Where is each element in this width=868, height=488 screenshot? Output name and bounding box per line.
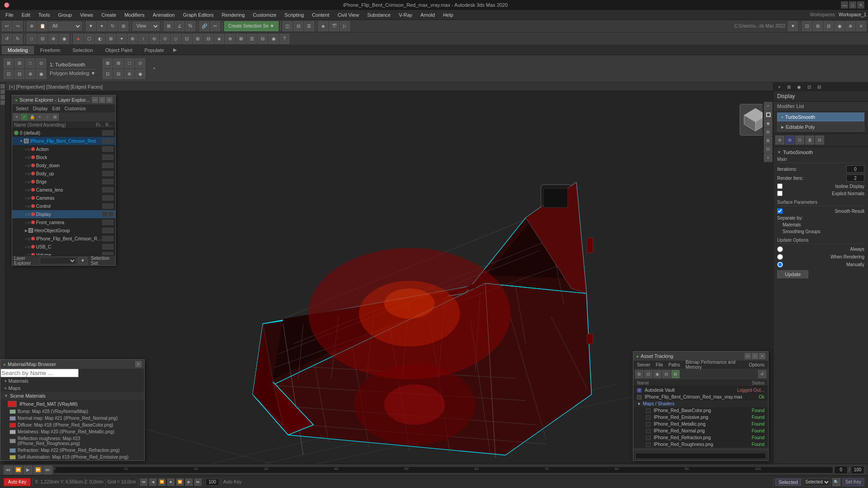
mod-extra6[interactable]: ⊟ (113, 69, 123, 79)
mod-extra3[interactable]: □ (124, 58, 134, 68)
le-tb-b5[interactable]: ↑ (44, 113, 51, 121)
tb2-b3[interactable]: □ (27, 34, 37, 44)
tb-extra4[interactable]: ◉ (835, 21, 844, 31)
at-content[interactable]: VAutodesk VaultLogged Out...IPhone_Flip_… (633, 387, 768, 448)
rp-tab-anim[interactable]: ⊡ (805, 84, 814, 90)
mat-section-maps[interactable]: + Maps (0, 385, 144, 392)
tl-play-back[interactable]: ⏮ (4, 465, 13, 474)
at-row[interactable]: IPhone_Red_Refraction.pngFound (633, 434, 768, 441)
menu-group[interactable]: Group (54, 11, 75, 19)
menu-vray[interactable]: V-Ray (395, 11, 416, 19)
link-button[interactable]: 🔗 (199, 21, 209, 31)
undo-button[interactable]: ↩ (2, 21, 12, 31)
le-menu-customize[interactable]: Customize (63, 106, 88, 112)
rp-icon-4[interactable]: 🗑 (805, 136, 814, 145)
le-tb-b4[interactable]: + (36, 113, 43, 121)
layer-item[interactable]: ○◇Brige (12, 178, 115, 186)
vp-rb2[interactable]: 🔳 (764, 111, 772, 119)
tb2-b10[interactable]: ⊞ (106, 34, 116, 44)
move-button[interactable]: ✦ (97, 21, 107, 31)
at-menu-bitmap[interactable]: Bitmap Performance and Memory (684, 359, 745, 370)
menu-tools[interactable]: Tools (35, 11, 54, 19)
sb-prev-frame[interactable]: ⏮ (140, 479, 147, 486)
layer-item[interactable]: 0 (default) (12, 129, 115, 137)
menu-create[interactable]: Create (98, 11, 120, 19)
menu-file[interactable]: File (2, 11, 17, 19)
tab-populate[interactable]: Populate (138, 46, 170, 54)
tb2-b20[interactable]: ◈ (214, 34, 224, 44)
mod-tb-b6[interactable]: ⊟ (14, 69, 24, 79)
tb2-b16[interactable]: ◇ (171, 34, 181, 44)
snap-button[interactable]: ⊠ (164, 21, 174, 31)
layer-item[interactable]: ○◇IPhone_Flip_Bent_Crimson_Red (12, 235, 115, 243)
le-close-btn[interactable]: × (106, 97, 113, 103)
at-menu-options[interactable]: Options (747, 362, 766, 368)
tab-more[interactable]: ▶ (170, 47, 179, 53)
tb2-b15[interactable]: ⊙ (160, 34, 170, 44)
frame-input[interactable] (834, 466, 848, 474)
tl-step-back[interactable]: ⏪ (14, 465, 23, 474)
mod-extra4[interactable]: ⊙ (135, 58, 145, 68)
vp-rb7[interactable]: × (764, 154, 772, 162)
scale-button[interactable]: ⊞ (118, 21, 128, 31)
layer-item[interactable]: ○◇Volume (12, 251, 115, 255)
sb-play-fwd[interactable]: ⏩ (176, 479, 184, 486)
selection-filter[interactable]: All Geometry Lights Cameras (48, 22, 82, 31)
menu-animation[interactable]: Animation (149, 11, 179, 19)
mat-search-input[interactable] (0, 369, 79, 377)
at-row[interactable]: IPhone_Red_Normal.pngFound (633, 427, 768, 434)
tb2-b22[interactable]: ⊠ (236, 34, 246, 44)
maximize-button[interactable]: □ (849, 1, 856, 9)
mat-scene-materials-header[interactable]: ▼ Scene Materials (0, 392, 144, 400)
tb2-b19[interactable]: ⊟ (203, 34, 213, 44)
tb-extra2[interactable]: ⊞ (813, 21, 823, 31)
layer-item[interactable]: ○◇Front_camera (12, 218, 115, 226)
tb2-b1[interactable]: ↺ (2, 34, 12, 44)
lp-b4[interactable] (0, 100, 5, 105)
le-tb-b3[interactable]: 🔒 (28, 113, 36, 121)
path-button[interactable]: ▼ (788, 21, 798, 31)
rp-icon-5[interactable]: ⊟ (815, 136, 824, 145)
mat-map-selfillum[interactable]: Self-illumination: Map #19 (IPhone_Red_E… (0, 454, 144, 460)
layer-dropdown[interactable] (40, 257, 76, 264)
le-menu-edit[interactable]: Edit (51, 106, 62, 112)
frame-total-input[interactable] (851, 466, 864, 474)
at-menu-file[interactable]: File (654, 362, 665, 368)
vp-rb5[interactable]: ⊠ (764, 136, 772, 145)
at-tb-b4[interactable]: ⊟ (662, 370, 670, 378)
mat-map-normal[interactable]: Normal map: Map #21 (IPhone_Red_Normal.p… (0, 415, 144, 422)
mod-tb-b3[interactable]: □ (25, 58, 35, 68)
close-button[interactable]: × (857, 1, 864, 9)
mod-extra2[interactable]: ⊞ (113, 58, 123, 68)
sb-frame-input[interactable] (206, 479, 219, 486)
layer-item[interactable]: ○◇Body_down (12, 161, 115, 169)
mat-map-bump[interactable]: Bump: Map #28 (VRayNormalMap) (0, 408, 144, 415)
render-button[interactable]: ▷ (340, 21, 350, 31)
tb2-b26[interactable]: ? (279, 34, 289, 44)
tb2-b5[interactable]: ⊕ (48, 34, 58, 44)
layer-item[interactable]: ○◇Block (12, 153, 115, 161)
menu-content[interactable]: Content (308, 11, 333, 19)
unlink-button[interactable]: ✂ (210, 21, 220, 31)
tb2-b7[interactable]: 🔺 (73, 34, 83, 44)
tb2-b9[interactable]: ◐ (95, 34, 105, 44)
menu-scripting[interactable]: Scripting (281, 11, 307, 19)
le-tb-b6[interactable]: ⊞ (52, 113, 59, 121)
tl-play[interactable]: ▶ (24, 465, 33, 474)
modifier-panel-icon[interactable]: ⬥ (151, 66, 156, 71)
le-dropdown-btn[interactable]: ▼ (78, 257, 87, 264)
render-setup-button[interactable]: 🎬 (329, 21, 339, 31)
tab-object-paint[interactable]: Object Paint (99, 46, 138, 54)
at-menu-server[interactable]: Server (635, 362, 652, 368)
mat-section-materials[interactable]: + Materials (0, 377, 144, 385)
le-maximize-btn[interactable]: □ (99, 97, 105, 103)
menu-substance[interactable]: Substance (363, 11, 394, 19)
tb2-b11[interactable]: ✦ (117, 34, 127, 44)
ts-smooth-result-checkbox[interactable] (777, 208, 783, 214)
layer-manager-button[interactable]: ☰ (304, 21, 314, 31)
menu-graph-editors[interactable]: Graph Editors (179, 11, 217, 19)
at-row[interactable]: IPhone_Flip_Bent_Crimson_Red_max_vray.ma… (633, 394, 768, 400)
at-row[interactable]: IPhone_Red_Metallic.pngFound (633, 421, 768, 427)
sb-play-stop[interactable]: ■ (167, 479, 175, 486)
at-tb-b5[interactable]: ⊠ (671, 370, 679, 378)
